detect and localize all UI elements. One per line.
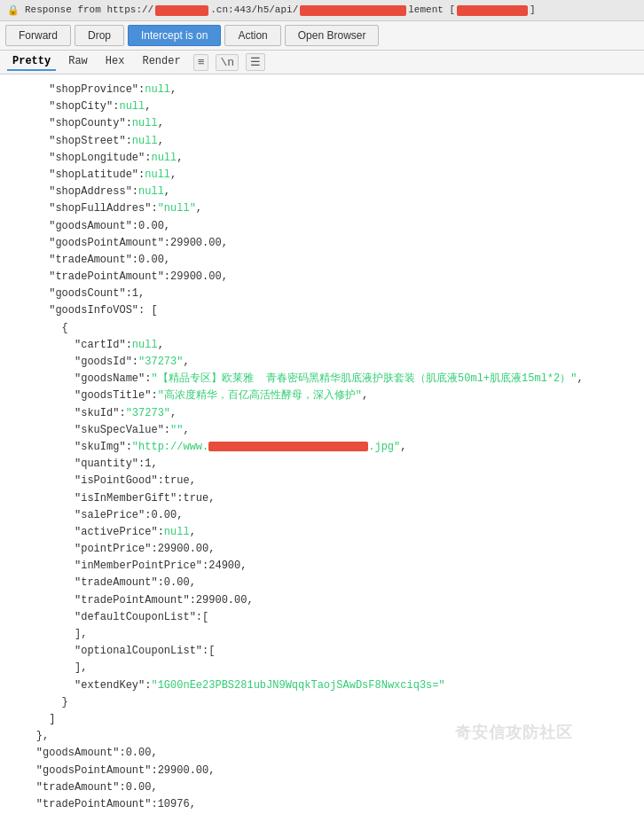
line: "quantity":1, — [11, 456, 633, 473]
line: "salePrice":0.00, — [11, 507, 633, 524]
line: "defaultCouponList":[ — [11, 609, 633, 626]
domain-redacted — [155, 5, 208, 16]
tab-hex[interactable]: Hex — [100, 53, 130, 71]
line: }, — [11, 728, 633, 745]
line: "goodsId":"37273", — [11, 354, 633, 371]
line: "goodsPointAmount":29900.00, — [11, 235, 633, 252]
suffix-redacted — [457, 5, 528, 16]
line: "goodsTitle":"高浓度精华，百亿高活性酵母，深入修护", — [11, 387, 633, 404]
line: ], — [11, 626, 633, 643]
line: "shopLatitude":null, — [11, 167, 633, 184]
line: "tradeAmount":0.00, — [11, 575, 633, 591]
format-icon3[interactable]: ☰ — [246, 53, 265, 71]
line: "pointPrice":29900.00, — [11, 541, 633, 558]
forward-button[interactable]: Forward — [5, 25, 71, 46]
line: "goodsInfoVOS": [ — [11, 302, 633, 319]
format-icon2[interactable]: \n — [216, 54, 239, 71]
path-redacted — [300, 5, 406, 16]
format-bar: Pretty Raw Hex Render ≡ \n ☰ — [0, 51, 644, 74]
intercept-button[interactable]: Intercept is on — [128, 25, 221, 46]
line: "shopStreet":null, — [11, 133, 633, 150]
line: } — [11, 694, 633, 711]
line: "shopCity":null, — [11, 98, 633, 115]
line: "skuSpecValue":"", — [11, 422, 633, 439]
line: "cartId":null, — [11, 337, 633, 354]
line: { — [11, 320, 633, 337]
line: "tradeAmount":0.00, — [11, 252, 633, 269]
line: "skuId":"37273", — [11, 405, 633, 422]
line: "shopCounty":null, — [11, 115, 633, 132]
line: "inMemberPointPrice":24900, — [11, 558, 633, 575]
line: "tradePointAmount":29900.00, — [11, 592, 633, 609]
format-icon1[interactable]: ≡ — [193, 54, 209, 71]
action-button[interactable]: Action — [224, 25, 280, 46]
line: "tradeAmount":0.00, — [11, 779, 633, 796]
title-text: Response from https://.cn:443/h5/api/lem… — [25, 4, 536, 15]
line: "tradePointAmount":10976, — [11, 796, 633, 813]
drop-button[interactable]: Drop — [75, 25, 124, 46]
line: "shopFullAddres":"null", — [11, 200, 633, 217]
line: "tradePointAmount":29900.00, — [11, 269, 633, 286]
line: "goodsName":"【精品专区】欧莱雅 青春密码黑精华肌底液护肤套装（肌底… — [11, 371, 633, 387]
line: "skuImg":"http://www..jpg", — [11, 439, 633, 456]
line: "goodsPointAmount":29900.00, — [11, 763, 633, 779]
toolbar: Forward Drop Intercept is on Action Open… — [0, 21, 644, 51]
line: "shopLongitude":null, — [11, 150, 633, 167]
line: "goodsAmount":0.00, — [11, 745, 633, 762]
title-bar: 🔒 Response from https://.cn:443/h5/api/l… — [0, 0, 644, 21]
line: "activePrice":null, — [11, 524, 633, 541]
line: "extendKey":"1G00nEe23PBS281ubJN9WqqkTao… — [11, 677, 633, 694]
line: "isPointGood":true, — [11, 473, 633, 489]
line: ], — [11, 660, 633, 677]
line: "optionalCouponList":[ — [11, 643, 633, 660]
tab-raw[interactable]: Raw — [63, 53, 93, 71]
content-area: "shopProvince":null, "shopCity":null, "s… — [0, 74, 644, 814]
tab-render[interactable]: Render — [137, 53, 185, 71]
lock-icon: 🔒 — [7, 4, 20, 16]
line: "shopAddress":null, — [11, 184, 633, 200]
line: "isInMemberGift":true, — [11, 490, 633, 507]
open-browser-button[interactable]: Open Browser — [285, 25, 380, 46]
line: "goodsCount":1, — [11, 286, 633, 302]
tab-pretty[interactable]: Pretty — [7, 53, 56, 71]
line: "goodsAmount":0.00, — [11, 218, 633, 235]
line: "shopProvince":null, — [11, 82, 633, 98]
line: ] — [11, 711, 633, 728]
